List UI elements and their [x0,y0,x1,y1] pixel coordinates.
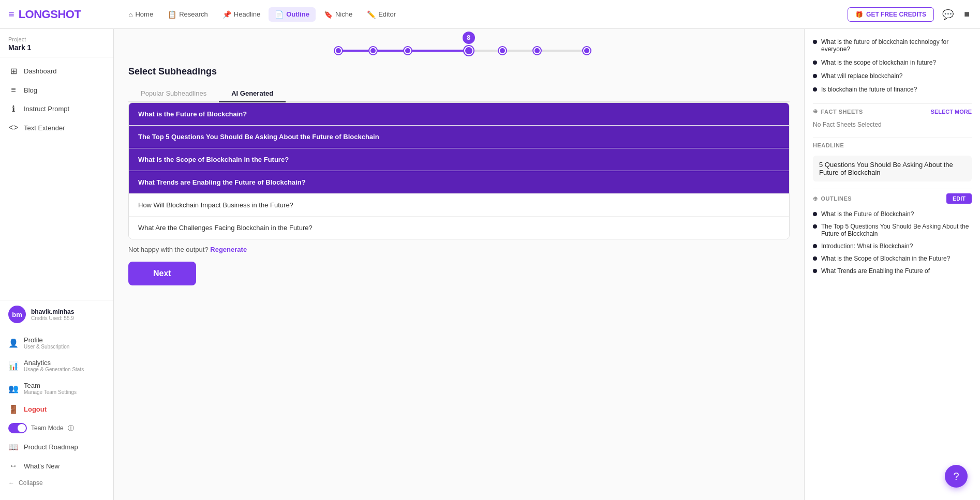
home-icon: ⌂ [128,10,132,19]
chat-icon-button[interactable]: 💬 [940,7,956,22]
step-dot-6 [533,47,541,54]
step-dot-1 [335,47,342,54]
team-mode-info-icon: ⓘ [68,424,74,433]
subheading-item-2[interactable]: The Top 5 Questions You Should Be Asking… [129,126,789,148]
regenerate-link[interactable]: Regenerate [210,246,247,253]
whats-new-icon: ↔ [8,461,19,471]
sidebar-item-product-roadmap[interactable]: 📖 Product Roadmap [0,437,113,457]
help-fab-button[interactable]: ? [945,465,968,488]
outlines-label: ⊕ OUTLINES [813,195,852,202]
outline-text-0: What is the Future of Blockchain? [821,210,914,218]
question-text-1: What is the scope of blockchain in futur… [821,59,936,66]
team-sublabel: Manage Team Settings [24,389,77,395]
headline-icon: 📌 [222,10,231,19]
outline-item-1: The Top 5 Questions You Should Be Asking… [813,220,972,240]
logo: ≡ LONGSHOT [8,8,122,21]
nav-item-editor-label: Editor [378,10,396,18]
outlines-icon: ⊕ [813,195,818,202]
subheading-item-3[interactable]: What is the Scope of Blockchain in the F… [129,148,789,171]
nav-item-niche[interactable]: 🔖 Niche [318,7,359,22]
headline-label: HEADLINE [813,142,844,148]
question-item-1: What is the scope of blockchain in futur… [813,56,972,69]
fact-sheets-empty: No Fact Sheets Selected [813,119,972,130]
text-extender-icon: <> [8,123,19,132]
credits-btn-label: GET FREE CREDITS [866,11,926,18]
headline-text: 5 Questions You Should Be Asking About t… [813,156,972,181]
nav-item-outline[interactable]: 📄 Outline [269,7,316,22]
sidebar-item-blog[interactable]: ≡ Blog [0,81,113,99]
outline-text-3: What is the Scope of Blockchain in the F… [821,255,950,262]
select-more-link[interactable]: SELECT MORE [931,109,972,115]
settings-icon-button[interactable]: ■ [962,7,972,22]
sidebar-item-whats-new[interactable]: ↔ What's New [0,457,113,475]
avatar: bm [8,306,26,323]
stepper-track: 8 [335,50,583,52]
editor-icon: ✏️ [367,10,376,19]
nav-item-editor[interactable]: ✏️ Editor [361,7,402,22]
tab-ai-generated[interactable]: AI Generated [219,85,286,101]
next-button[interactable]: Next [128,262,196,285]
instruct-icon: ℹ [8,104,19,114]
subheading-item-4[interactable]: What Trends are Enabling the Future of B… [129,171,789,194]
step-number: 8 [463,32,475,44]
sidebar-item-profile[interactable]: 👤 Profile User & Subscription [0,331,113,354]
nav-item-research[interactable]: 📋 Research [161,7,214,22]
nav-item-niche-label: Niche [335,10,352,18]
bullet-dot [813,40,817,44]
get-credits-button[interactable]: 🎁 GET FREE CREDITS [848,7,934,22]
outlines-list: What is the Future of Blockchain? The To… [813,208,972,277]
step-dot-3 [404,47,411,54]
nav-links: ⌂ Home 📋 Research 📌 Headline 📄 Outline 🔖… [122,7,848,22]
project-section: Project Mark 1 [0,29,113,57]
analytics-icon: 📊 [8,361,19,371]
nav-item-home[interactable]: ⌂ Home [122,7,159,22]
edit-outlines-button[interactable]: EDIT [946,193,972,204]
outline-bullet-2 [813,244,817,248]
sidebar-item-analytics[interactable]: 📊 Analytics Usage & Generation Stats [0,354,113,377]
sidebar-item-instruct-prompt[interactable]: ℹ Instruct Prompt [0,99,113,118]
nav-item-headline[interactable]: 📌 Headline [216,7,266,22]
team-mode-label: Team Mode [31,425,64,432]
regenerate-row: Not happy with the output? Regenerate [128,246,790,253]
subheading-item-6[interactable]: What Are the Challenges Facing Blockchai… [129,217,789,239]
bullet-dot-3 [813,87,817,92]
outline-item-4: What Trends are Enabling the Future of [813,265,972,277]
tab-popular[interactable]: Popular Subheadlines [128,85,219,101]
dashboard-icon: ⊞ [8,66,19,76]
question-text-2: What will replace blockchain? [821,72,902,80]
bullet-dot-2 [813,74,817,78]
subheading-item-5[interactable]: How Will Blockchain Impact Business in t… [129,194,789,217]
outline-item-3: What is the Scope of Blockchain in the F… [813,252,972,265]
top-navigation: ≡ LONGSHOT ⌂ Home 📋 Research 📌 Headline … [0,0,980,29]
fact-sheets-header: ⊕ FACT SHEETS SELECT MORE [813,103,972,119]
team-mode-row: Team Mode ⓘ [0,419,113,437]
logout-icon: 🚪 [8,404,19,414]
profile-icon: 👤 [8,338,19,348]
collapse-row[interactable]: ← Collapse [0,475,113,491]
sidebar: Project Mark 1 ⊞ Dashboard ≡ Blog ℹ Inst… [0,29,114,500]
blog-icon: ≡ [8,85,19,95]
sidebar-item-team[interactable]: 👥 Team Manage Team Settings [0,377,113,400]
step-dot-current: 8 [464,46,473,55]
stepper-fill [335,50,464,52]
collapse-icon: ← [8,479,14,487]
bullet-dot-1 [813,60,817,65]
sidebar-item-dashboard[interactable]: ⊞ Dashboard [0,62,113,81]
user-credits: Credits Used: 55.9 [31,315,105,321]
sidebar-item-text-extender[interactable]: <> Text Extender [0,118,113,137]
niche-icon: 🔖 [324,10,333,19]
subheading-item-1[interactable]: What is the Future of Blockchain? [129,103,789,126]
team-mode-toggle[interactable] [8,423,27,433]
collapse-label: Collapse [19,479,43,487]
sidebar-item-logout[interactable]: 🚪 Logout [0,400,113,419]
analytics-label: Analytics [24,359,84,367]
question-text-3: Is blockchain the future of finance? [821,86,917,93]
logout-label: Logout [24,405,47,413]
nav-item-outline-label: Outline [286,10,309,18]
headline-section-header: HEADLINE [813,138,972,153]
outlines-section: ⊕ OUTLINES EDIT What is the Future of Bl… [813,189,972,277]
outline-item-0: What is the Future of Blockchain? [813,208,972,220]
logo-text: LONGSHOT [19,8,81,21]
question-item-3: Is blockchain the future of finance? [813,83,972,96]
not-happy-text: Not happy with the output? [128,246,209,253]
